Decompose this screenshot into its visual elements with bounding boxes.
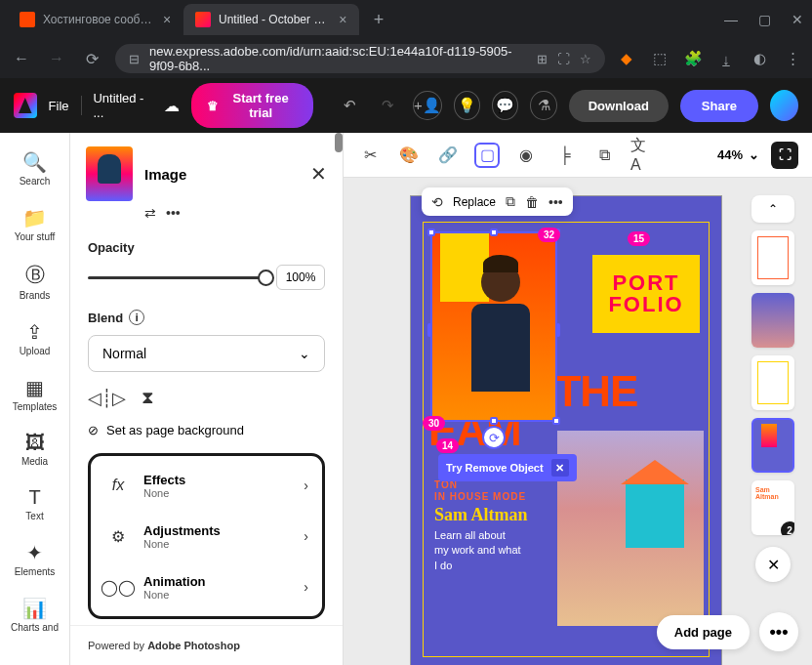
shape-icon[interactable]: ▢ [474,143,500,168]
flip-horizontal-icon[interactable]: ◁┊▷ [88,388,126,409]
browser-menu-icon[interactable]: ⋮ [783,49,802,68]
link-icon[interactable]: 🔗 [435,143,461,168]
swap-icon[interactable]: ⇄ [144,205,156,221]
artboard[interactable]: PORT FOLIO MEET THE EAM [410,195,722,665]
comment-icon[interactable]: 💬 [492,91,518,120]
crop-icon[interactable]: ⧉ [506,193,515,210]
profile-icon[interactable]: ◐ [750,49,769,68]
expand-icon[interactable]: ⛶ [771,142,798,169]
portfolio-box[interactable]: PORT FOLIO [592,255,700,333]
nav-elements[interactable]: ✦Elements [0,533,69,585]
replace-button[interactable]: Replace [453,195,496,209]
nav-templates[interactable]: ▦Templates [0,368,69,420]
browser-tab[interactable]: Хостинговое сообщество «Tin × [8,4,183,35]
install-app-icon[interactable]: ⊞ [537,52,548,66]
name-text[interactable]: Sam Altman [434,505,528,525]
nav-search[interactable]: 🔍Search [0,143,69,194]
download-button[interactable]: Download [569,90,669,122]
cloud-sync-icon[interactable]: ☁ [164,97,180,115]
description-text[interactable]: Learn all about my work and what I do [434,528,522,573]
slider-thumb[interactable] [258,270,274,286]
flip-vertical-icon[interactable]: ⧗ [142,388,154,409]
extensions-menu-icon[interactable]: 🧩 [683,49,703,68]
close-icon[interactable]: ✕ [551,459,569,477]
browser-tab-active[interactable]: Untitled - October 31, 2024 at 1 × [183,4,359,35]
adjustments-item[interactable]: ⚙ AdjustmentsNone › [91,511,322,561]
canvas[interactable]: ⟲ Replace ⧉ 🗑 ••• PORT FOLIO MEET THE [344,178,812,665]
add-page-button[interactable]: Add page [657,615,750,649]
nav-back-icon[interactable]: ← [10,47,33,70]
align-icon[interactable]: ╞ [552,143,578,168]
redo-icon[interactable]: ↷ [375,91,401,120]
subtitle-text[interactable]: IN HOUSE MODE [434,491,526,502]
panel-scrollbar[interactable] [335,133,343,152]
site-settings-icon[interactable]: ⊟ [129,52,140,66]
tab-close-icon[interactable]: × [338,13,347,26]
nav-forward-icon[interactable]: → [45,47,68,70]
url-bar[interactable]: ⊟ new.express.adobe.com/id/urn:aaid:sc:E… [115,44,605,73]
effects-item[interactable]: fx EffectsNone › [91,460,322,511]
adobe-logo-icon[interactable] [14,93,37,118]
info-icon[interactable]: i [129,310,144,325]
invite-icon[interactable]: +👤 [413,91,442,120]
share-button[interactable]: Share [680,90,758,122]
help-icon[interactable]: 💡 [454,91,480,120]
user-avatar[interactable] [770,90,798,121]
download-icon[interactable]: ↓ [716,49,736,68]
resize-handle[interactable] [427,229,435,236]
pages-close-icon[interactable]: ✕ [755,547,791,582]
file-menu[interactable]: File [49,99,69,113]
extension-icon[interactable]: ◆ [617,49,636,68]
page-thumbnail[interactable]: Sam Altman 2 [751,480,794,535]
corner-icon[interactable]: ◉ [513,143,539,168]
page-thumbnail[interactable] [751,355,794,410]
nav-text[interactable]: TText [0,478,69,529]
window-close-icon[interactable]: ✕ [791,13,804,26]
beaker-icon[interactable]: ⚗ [530,91,556,120]
resize-handle[interactable] [427,323,431,337]
layer-icon[interactable]: ⧉ [591,143,617,168]
blend-select[interactable]: Normal ⌄ [88,335,325,372]
more-icon[interactable]: ••• [166,205,181,221]
translate-icon[interactable]: 文A [630,143,656,168]
color-icon[interactable]: 🎨 [396,143,422,168]
resize-handle[interactable] [556,323,560,337]
resize-handle[interactable] [490,229,498,236]
page-thumbnail-active[interactable] [751,418,794,473]
undo-icon[interactable]: ↶ [337,91,363,120]
nav-media[interactable]: 🖼Media [0,424,69,475]
nav-reload-icon[interactable]: ⟳ [80,47,103,70]
opacity-slider[interactable] [88,276,266,279]
animation-item[interactable]: ◯◯ AnimationNone › [91,561,322,612]
doc-title[interactable]: Untitled - ... [93,91,151,120]
selected-image[interactable]: ⟳ [430,231,557,422]
bookmark-icon[interactable]: ☆ [580,52,591,66]
zoom-control[interactable]: 44% ⌄ ⛶ [717,142,798,169]
extension-icon[interactable]: ⬚ [650,49,670,68]
new-tab-button[interactable]: + [365,6,392,33]
set-as-background[interactable]: ⊘ Set as page background [88,423,325,437]
translate-icon[interactable]: ⛶ [557,52,570,66]
rotate-handle[interactable]: ⟳ [482,426,506,449]
more-actions-icon[interactable]: ••• [759,612,798,651]
beach-image[interactable] [557,431,704,626]
nav-brands[interactable]: ⒷBrands [0,254,69,309]
nav-charts[interactable]: 📊Charts and [0,589,69,641]
pages-collapse-icon[interactable]: ⌃ [751,195,794,223]
more-icon[interactable]: ••• [548,194,563,210]
tab-close-icon[interactable]: × [162,13,172,26]
nav-your-stuff[interactable]: 📁Your stuff [0,198,69,250]
crop-icon[interactable]: ✂ [357,143,383,168]
start-trial-button[interactable]: ♛ Start free trial [191,83,313,128]
nav-upload[interactable]: ⇪Upload [0,312,69,364]
opacity-value[interactable]: 100% [276,265,325,290]
resize-handle[interactable] [552,417,560,425]
try-remove-tooltip[interactable]: Try Remove Object ✕ [438,454,577,481]
window-maximize-icon[interactable]: ▢ [757,13,771,26]
resize-handle[interactable] [490,417,498,425]
window-minimize-icon[interactable]: — [724,13,738,26]
panel-close-icon[interactable]: ✕ [310,162,327,186]
page-thumbnail[interactable] [751,293,794,348]
delete-icon[interactable]: 🗑 [525,194,539,210]
page-thumbnail[interactable] [751,230,794,285]
